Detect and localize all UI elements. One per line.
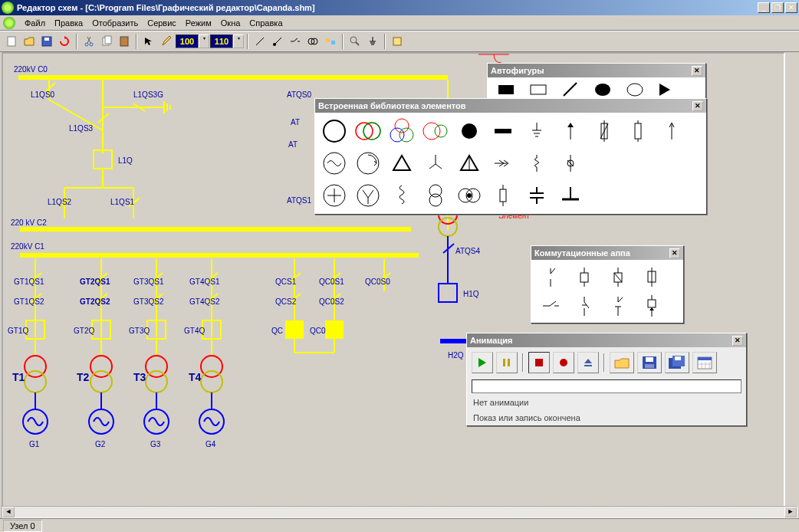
panel-library[interactable]: Встроенная библиотека элементов✕ <box>314 98 707 215</box>
pause-button[interactable] <box>496 352 518 373</box>
sym-terminal[interactable] <box>554 180 587 211</box>
group-tool[interactable] <box>322 33 339 50</box>
sym-transformer-2w[interactable] <box>352 116 384 146</box>
svg-line-179 <box>618 297 623 302</box>
panel-switching[interactable]: Коммутационные аппа✕ <box>531 245 684 323</box>
scrollbar-horizontal[interactable]: ◄ ► <box>2 506 797 518</box>
sw-recloser[interactable] <box>602 292 634 320</box>
sym-rect-vert[interactable] <box>622 116 654 146</box>
disk-multi-button[interactable] <box>665 352 689 373</box>
sym-ground-small[interactable] <box>521 116 553 146</box>
sym-arrow-thin[interactable] <box>656 116 688 146</box>
close-icon[interactable]: ✕ <box>732 336 743 346</box>
shape-arrow-icon[interactable] <box>658 82 676 97</box>
copy-button[interactable] <box>98 33 115 50</box>
sym-double-circle[interactable] <box>419 180 452 211</box>
shape-line-icon[interactable] <box>561 80 580 99</box>
menu-service[interactable]: Сервис <box>143 17 181 29</box>
sw-load-break[interactable] <box>602 263 634 291</box>
diagram-canvas[interactable]: 220kV C0 <box>2 52 785 514</box>
scale-input-2[interactable]: ▾ <box>210 34 244 48</box>
sym-arrow-double[interactable] <box>487 148 519 179</box>
sym-arrow-up[interactable] <box>554 116 587 146</box>
node-tool[interactable] <box>269 33 286 50</box>
shape-rect-icon[interactable] <box>497 84 515 96</box>
sym-capacitor[interactable] <box>521 180 553 211</box>
folder-button[interactable] <box>610 352 634 373</box>
disk-save-button[interactable] <box>637 352 662 373</box>
transformer-tool[interactable] <box>304 33 321 50</box>
label-220kv-c1: 220kV C1 <box>11 242 44 251</box>
close-icon[interactable]: ✕ <box>669 248 680 258</box>
sym-triangle[interactable] <box>386 148 418 179</box>
scroll-left-button[interactable]: ◄ <box>2 507 15 517</box>
svg-point-130 <box>357 153 379 174</box>
record-button[interactable] <box>553 352 574 373</box>
sym-reactor[interactable] <box>521 148 553 179</box>
sym-double-circle-link[interactable] <box>453 180 485 211</box>
sym-autotransformer[interactable] <box>419 116 452 146</box>
menu-windows[interactable]: Окна <box>216 17 245 29</box>
shape-rect-outline-icon[interactable] <box>529 84 547 96</box>
sym-vt[interactable] <box>352 180 384 211</box>
panel-autoshapes[interactable]: Автофигуры✕ <box>487 63 706 103</box>
play-button[interactable] <box>472 352 493 373</box>
new-button[interactable] <box>3 33 20 50</box>
ground-tool[interactable] <box>364 33 381 50</box>
switch-tool[interactable] <box>287 33 304 50</box>
scroll-track[interactable] <box>15 507 784 517</box>
sym-vertical-switch[interactable] <box>554 148 587 179</box>
sym-motor[interactable] <box>352 148 384 179</box>
sym-delta-open[interactable] <box>453 148 485 179</box>
sw-sectionalizer[interactable] <box>636 292 668 320</box>
restore-button[interactable]: ❐ <box>771 2 784 13</box>
calendar-button[interactable] <box>692 352 717 373</box>
menu-help[interactable]: Справка <box>245 17 287 29</box>
shape-ellipse-icon[interactable] <box>626 80 644 99</box>
menu-view[interactable]: Отобразить <box>87 17 143 29</box>
sym-hbar[interactable] <box>487 116 519 146</box>
sw-fuse-switch[interactable] <box>636 263 668 291</box>
line-tool[interactable] <box>252 33 268 50</box>
sw-ground-sw[interactable] <box>534 292 567 320</box>
panel-animation[interactable]: Анимация✕ Нет анимации Показ или запись … <box>466 333 747 426</box>
close-icon[interactable]: ✕ <box>692 66 702 76</box>
svg-rect-0 <box>8 37 15 46</box>
sym-breaker[interactable] <box>487 180 519 211</box>
svg-rect-83 <box>285 320 304 339</box>
label-qc0s2: QC0S2 <box>319 297 344 306</box>
menu-file[interactable]: Файл <box>20 17 50 29</box>
menu-mode[interactable]: Режим <box>181 17 216 29</box>
panel-tool[interactable] <box>389 33 406 50</box>
label-g2: G2 <box>95 440 105 448</box>
minimize-button[interactable]: _ <box>758 2 770 13</box>
save-button[interactable] <box>38 33 55 50</box>
select-button[interactable] <box>140 33 157 50</box>
menu-edit[interactable]: Правка <box>50 17 87 29</box>
sym-star[interactable] <box>419 148 452 179</box>
sym-inductor[interactable] <box>386 180 418 211</box>
refresh-button[interactable] <box>56 33 73 50</box>
scroll-right-button[interactable]: ► <box>784 507 797 517</box>
sym-ct[interactable] <box>318 180 350 211</box>
sym-filled-circle[interactable] <box>453 116 485 146</box>
sym-fuse[interactable] <box>588 116 620 146</box>
eject-button[interactable] <box>577 352 599 373</box>
close-button[interactable]: ✕ <box>785 2 797 13</box>
sw-disconnector[interactable] <box>534 263 567 291</box>
sw-contactor[interactable] <box>568 292 600 320</box>
sym-circle[interactable] <box>318 116 350 146</box>
close-icon[interactable]: ✕ <box>692 101 703 111</box>
open-button[interactable] <box>21 33 38 50</box>
pencil-button[interactable] <box>158 33 175 50</box>
scale-input-1[interactable]: ▾ <box>176 34 209 48</box>
paste-button[interactable] <box>116 33 133 50</box>
sym-transformer-3w[interactable] <box>386 116 418 146</box>
cut-button[interactable] <box>81 33 97 50</box>
search-tool[interactable] <box>347 33 363 50</box>
shape-ellipse-fill-icon[interactable] <box>593 80 612 99</box>
sw-breaker-sym[interactable] <box>568 263 600 291</box>
stop-button[interactable] <box>528 352 550 373</box>
sym-generator[interactable] <box>318 148 350 179</box>
animation-input[interactable] <box>472 379 741 393</box>
